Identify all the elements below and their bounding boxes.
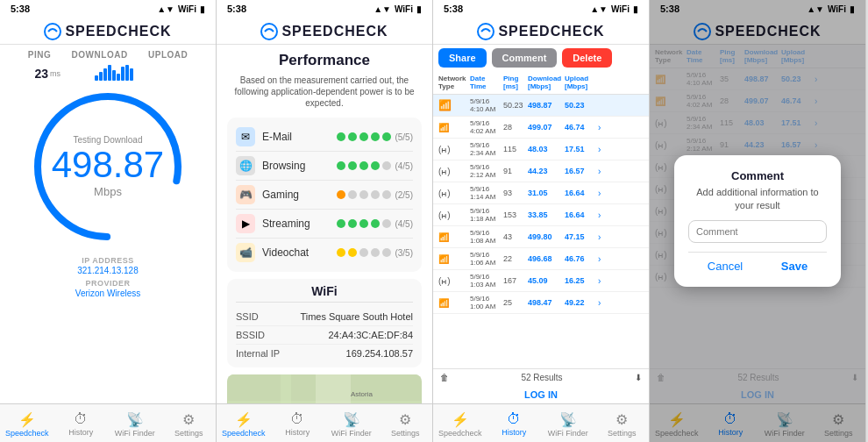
wifi-finder-icon: 📡 bbox=[126, 411, 144, 428]
row-date: 5/9/162:34 AM bbox=[470, 141, 503, 157]
streaming-label: Streaming bbox=[262, 217, 337, 230]
share-button[interactable]: Share bbox=[438, 48, 487, 68]
download-label: DOWNLOAD bbox=[72, 50, 128, 60]
tab-speedcheck-2[interactable]: ⚡ Speedcheck bbox=[217, 411, 271, 438]
tab-speedcheck-label-2: Speedcheck bbox=[222, 429, 266, 438]
provider-label: PROVIDER bbox=[75, 279, 140, 288]
perf-videochat-row: 📹 Videochat (3/5) bbox=[236, 239, 413, 267]
delete-button[interactable]: Delete bbox=[562, 48, 612, 68]
tab-history-label-2: History bbox=[285, 428, 309, 437]
status-bar-1: 5:38 ▲▼ WiFi ▮ bbox=[0, 0, 216, 18]
table-row[interactable]: 📶 5/9/161:08 AM 43 499.80 47.15 › bbox=[433, 226, 649, 248]
table-row[interactable]: 📶 5/9/161:00 AM 25 498.47 49.22 › bbox=[433, 292, 649, 314]
tab-settings-2[interactable]: ⚙ Settings bbox=[379, 411, 433, 438]
status-icons-2: ▲▼ WiFi ▮ bbox=[374, 4, 422, 14]
tab-history-2[interactable]: ⏱ History bbox=[271, 411, 325, 437]
status-time-2: 5:38 bbox=[227, 4, 246, 14]
table-row[interactable]: 📶 5/9/164:10 AM 50.23 498.87 50.23 bbox=[433, 95, 649, 117]
logo-icon-3 bbox=[477, 23, 494, 40]
modal-overlay: Comment Add additional information to yo… bbox=[650, 0, 865, 442]
download-bar bbox=[95, 65, 147, 81]
logo-bar-2: SPEEDCHECK bbox=[217, 18, 432, 45]
tab-wifi-1[interactable]: 📡 WiFi Finder bbox=[108, 411, 162, 438]
modal-cancel-button[interactable]: Cancel bbox=[708, 260, 743, 273]
row-dl: 31.05 bbox=[528, 189, 565, 197]
comment-button[interactable]: Comment bbox=[492, 48, 558, 68]
row-dl: 45.09 bbox=[528, 276, 565, 285]
performance-title: Performance bbox=[227, 52, 422, 69]
tab-speedcheck-1[interactable]: ⚡ Speedcheck bbox=[0, 411, 54, 438]
table-row[interactable]: 📶 5/9/164:02 AM 28 499.07 46.74 › bbox=[433, 117, 649, 139]
logo-icon-2 bbox=[260, 23, 278, 40]
ip-label: IP ADDRESS bbox=[75, 256, 140, 265]
tab-wifi-label: WiFi Finder bbox=[115, 429, 155, 438]
perf-browsing-row: 🌐 Browsing (4/5) bbox=[236, 152, 413, 181]
videochat-icon: 📹 bbox=[236, 243, 255, 262]
tab-wifi-3[interactable]: 📡 WiFi Finder bbox=[541, 411, 595, 438]
trash-icon[interactable]: 🗑 bbox=[440, 373, 449, 382]
tab-wifi-2[interactable]: 📡 WiFi Finder bbox=[324, 411, 379, 438]
performance-card: ✉ E-Mail (5/5) 🌐 Browsing (4/5) 🎮 Gaming bbox=[227, 118, 422, 272]
app-name-2: SPEEDCHECK bbox=[281, 24, 388, 39]
row-ping: 22 bbox=[503, 254, 528, 263]
row-ul: 16.64 bbox=[565, 210, 598, 219]
table-row[interactable]: (ʜ) 5/9/161:14 AM 93 31.05 16.64 › bbox=[433, 182, 649, 204]
chevron-right-icon: › bbox=[598, 298, 601, 308]
status-icons-1: ▲▼ WiFi ▮ bbox=[157, 4, 205, 14]
table-row[interactable]: (ʜ) 5/9/162:34 AM 115 48.03 17.51 › bbox=[433, 139, 649, 160]
table-row[interactable]: 📶 5/9/161:06 AM 22 496.68 46.76 › bbox=[433, 248, 649, 270]
row-ul: 50.23 bbox=[565, 101, 598, 110]
th-date: DateTime bbox=[470, 75, 503, 90]
svg-text:Astoria: Astoria bbox=[351, 390, 373, 398]
tab-bar-1: ⚡ Speedcheck ⏱ History 📡 WiFi Finder ⚙ S… bbox=[0, 403, 216, 442]
table-row[interactable]: (ʜ) 5/9/162:12 AM 91 44.23 16.57 › bbox=[433, 160, 649, 182]
wifi-finder-icon-3: 📡 bbox=[559, 411, 577, 428]
phone-screen-4: 5:38 ▲▼ WiFi ▮ SPEEDCHECK NetworkType Da… bbox=[650, 0, 866, 442]
wifi-ssid-row: SSID Times Square South Hotel bbox=[236, 308, 413, 326]
table-body[interactable]: 📶 5/9/164:10 AM 50.23 498.87 50.23 📶 5/9… bbox=[433, 95, 649, 368]
chevron-right-icon: › bbox=[598, 123, 601, 132]
history-icon: ⏱ bbox=[74, 411, 88, 427]
action-bar: Share Comment Delete bbox=[433, 45, 649, 71]
battery-icon: ▮ bbox=[200, 4, 205, 14]
tab-settings-1[interactable]: ⚙ Settings bbox=[162, 411, 217, 438]
log-in-button[interactable]: LOG IN bbox=[433, 386, 649, 403]
tab-history-3[interactable]: ⏱ History bbox=[487, 411, 542, 437]
gauge-center: Testing Download 498.87 Mbps bbox=[52, 135, 164, 198]
phone-screen-2: 5:38 ▲▼ WiFi ▮ SPEEDCHECK Performance Ba… bbox=[217, 0, 433, 442]
comment-input[interactable] bbox=[688, 220, 827, 243]
modal-save-button[interactable]: Save bbox=[781, 260, 808, 273]
table-header: NetworkType DateTime Ping[ms] Download[M… bbox=[433, 71, 649, 95]
table-row[interactable]: (ʜ) 5/9/161:03 AM 167 45.09 16.25 › bbox=[433, 270, 649, 292]
row-network: (ʜ) bbox=[438, 145, 470, 154]
row-ul: 46.76 bbox=[565, 254, 598, 263]
row-dl: 499.07 bbox=[528, 123, 565, 132]
wifi-ip-row: Internal IP 169.254.108.57 bbox=[236, 345, 413, 362]
tab-speedcheck-3[interactable]: ⚡ Speedcheck bbox=[433, 411, 487, 438]
th-download: Download[Mbps] bbox=[528, 75, 565, 90]
chevron-right-icon: › bbox=[598, 189, 601, 198]
row-ping: 25 bbox=[503, 298, 528, 307]
signal-icon-2: ▲▼ bbox=[374, 4, 391, 14]
table-row[interactable]: (ʜ) 5/9/161:18 AM 153 33.85 16.64 › bbox=[433, 204, 649, 226]
email-dots bbox=[337, 132, 391, 141]
export-icon[interactable]: ⬇ bbox=[635, 373, 642, 382]
ssid-key: SSID bbox=[236, 311, 259, 322]
provider-value: Verizon Wireless bbox=[75, 289, 140, 298]
tab-history-1[interactable]: ⏱ History bbox=[54, 411, 109, 437]
wifi-card: WiFi SSID Times Square South Hotel BSSID… bbox=[227, 279, 422, 367]
row-network: (ʜ) bbox=[438, 189, 470, 198]
bssid-value: 24:A4:3C:AE:DF:84 bbox=[328, 330, 413, 340]
comment-modal: Comment Add additional information to yo… bbox=[674, 155, 841, 287]
tab-settings-label: Settings bbox=[174, 429, 203, 438]
status-bar-3: 5:38 ▲▼ WiFi ▮ bbox=[433, 0, 649, 18]
tab-settings-label-3: Settings bbox=[608, 429, 637, 438]
row-date: 5/9/161:08 AM bbox=[470, 229, 503, 245]
tab-history-label: History bbox=[68, 428, 93, 437]
tab-settings-3[interactable]: ⚙ Settings bbox=[595, 411, 650, 438]
email-score: (5/5) bbox=[395, 132, 413, 142]
row-ul: 16.57 bbox=[565, 167, 598, 175]
row-ul: 49.22 bbox=[565, 298, 598, 307]
tab-history-label-3: History bbox=[502, 428, 526, 437]
app-name-1: SPEEDCHECK bbox=[65, 24, 171, 39]
